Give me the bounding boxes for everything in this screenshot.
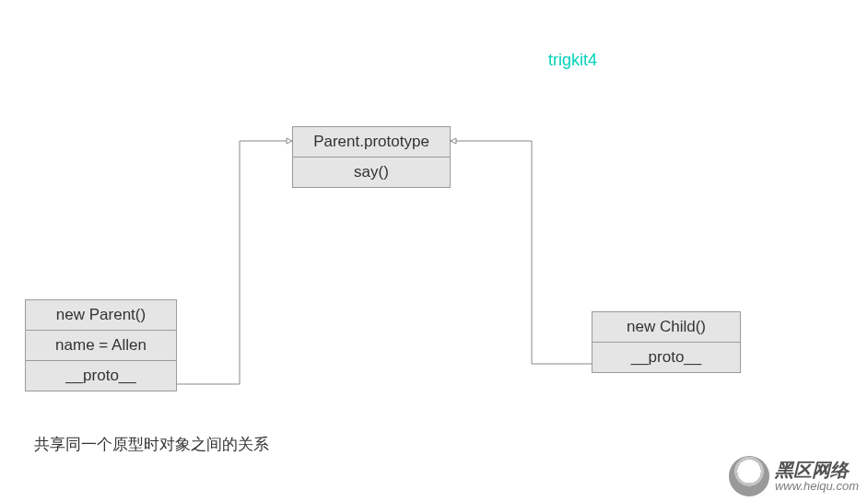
watermark: 黑区网络 www.heiqu.com xyxy=(729,456,859,496)
child-title: new Child() xyxy=(592,312,740,343)
diagram-caption: 共享同一个原型时对象之间的关系 xyxy=(34,434,269,455)
parent-instance-box: new Parent() name = Allen __proto__ xyxy=(25,299,177,391)
parent-title: new Parent() xyxy=(26,300,176,331)
connector-lines xyxy=(0,0,868,502)
watermark-url: www.heiqu.com xyxy=(775,480,859,493)
watermark-cn: 黑区网络 xyxy=(775,460,859,480)
child-instance-box: new Child() __proto__ xyxy=(592,311,741,373)
parent-proto: __proto__ xyxy=(26,361,176,391)
prototype-title: Parent.prototype xyxy=(293,127,450,158)
credit-label: trigkit4 xyxy=(548,51,597,70)
child-proto: __proto__ xyxy=(592,343,740,372)
mushroom-icon xyxy=(729,456,769,496)
prototype-method: say() xyxy=(293,158,450,187)
parent-prop: name = Allen xyxy=(26,331,176,361)
prototype-box: Parent.prototype say() xyxy=(292,126,451,188)
